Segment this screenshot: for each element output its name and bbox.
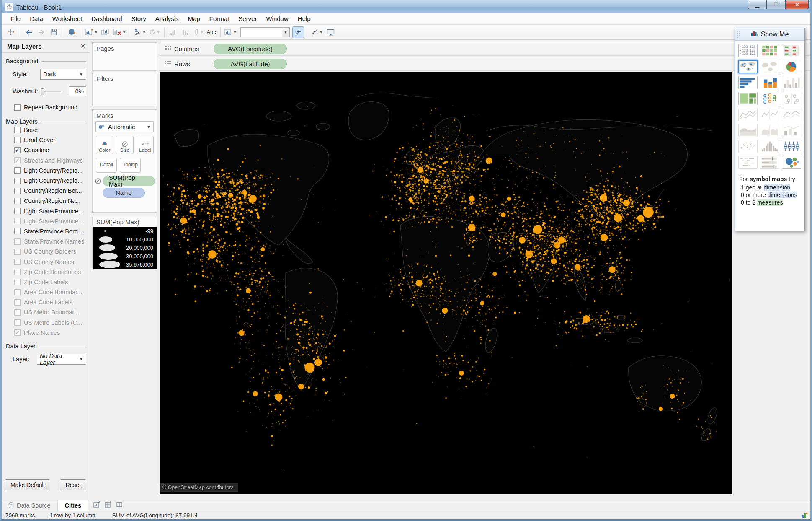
menu-item-file[interactable]: File <box>6 14 25 23</box>
menu-item-story[interactable]: Story <box>127 14 151 23</box>
sum-pop-max-pill[interactable]: SUM(Pop Max) <box>103 176 155 186</box>
new-data-source-icon[interactable] <box>66 26 78 38</box>
detail-button[interactable]: Detail <box>96 158 117 173</box>
showme-tile-bubbles[interactable] <box>782 156 801 169</box>
drag-grip-icon[interactable] <box>737 31 741 40</box>
sort-ascending-icon[interactable] <box>168 26 179 38</box>
sort-descending-icon[interactable] <box>180 26 192 38</box>
menu-item-format[interactable]: Format <box>205 14 234 23</box>
pages-card[interactable]: Pages <box>92 42 157 71</box>
menu-item-data[interactable]: Data <box>25 14 48 23</box>
caret-down-icon[interactable]: ▼ <box>282 28 289 37</box>
annotation-tool-icon[interactable]: ▼ <box>310 26 324 38</box>
menu-item-server[interactable]: Server <box>234 14 261 23</box>
showme-tile-heat-map[interactable] <box>782 44 801 57</box>
menu-item-dashboard[interactable]: Dashboard <box>87 14 126 23</box>
undo-icon[interactable] <box>23 26 35 38</box>
slider-thumb[interactable] <box>41 88 44 95</box>
swap-axes-icon[interactable]: ▼ <box>133 26 147 38</box>
showme-tile-box-plot[interactable] <box>782 140 801 153</box>
fit-selector-icon[interactable]: ▼ <box>224 26 238 38</box>
avg-latitude-pill[interactable]: AVG(Latitude) <box>214 59 287 69</box>
menu-item-analysis[interactable]: Analysis <box>151 14 183 23</box>
maximize-button[interactable]: ❐ <box>767 0 786 9</box>
close-icon[interactable]: ✕ <box>80 43 85 49</box>
columns-shelf[interactable]: Columns AVG(Longitude) <box>160 42 810 56</box>
layer-checkbox[interactable] <box>14 167 21 174</box>
new-worksheet-tab-icon[interactable] <box>93 501 101 509</box>
layer-item-light-country-regio[interactable]: Light Country/Regio... <box>14 176 90 186</box>
color-button[interactable]: Color <box>96 136 113 154</box>
layer-label: US Metro Boundari... <box>24 309 80 316</box>
showme-tile-stacked-bars[interactable] <box>760 76 779 89</box>
save-icon[interactable] <box>48 26 60 38</box>
tooltip-button[interactable]: Tooltip <box>120 158 141 173</box>
size-button[interactable]: Size <box>116 136 133 154</box>
new-story-tab-icon[interactable] <box>116 501 123 509</box>
showme-tile-text-table[interactable]: 123 123123 123123 123 <box>738 44 758 57</box>
close-button[interactable]: ✕ <box>786 0 809 9</box>
redo-icon[interactable] <box>36 26 47 38</box>
legend-title: SUM(Pop Max) <box>93 217 157 227</box>
rows-shelf[interactable]: Rows AVG(Latitude) <box>160 57 810 71</box>
menu-item-worksheet[interactable]: Worksheet <box>48 14 87 23</box>
tab-data-source[interactable]: Data Source <box>2 500 58 511</box>
avg-longitude-pill[interactable]: AVG(Longitude) <box>214 44 287 54</box>
layer-checkbox[interactable] <box>14 188 21 194</box>
washout-slider[interactable] <box>41 91 61 92</box>
map-canvas[interactable] <box>160 72 732 494</box>
new-dashboard-tab-icon[interactable] <box>105 501 112 509</box>
tableau-logo-icon[interactable] <box>5 26 17 38</box>
label-button[interactable]: A123 Label <box>137 136 154 154</box>
layer-item-land-cover[interactable]: Land Cover <box>14 135 90 145</box>
layer-checkbox[interactable] <box>14 147 21 153</box>
layer-item-light-state-province[interactable]: Light State/Province... <box>14 206 90 216</box>
repeat-background-checkbox[interactable] <box>14 104 21 111</box>
title-bar[interactable]: Tableau - Book1 ▁ ❐ ✕ <box>0 0 812 15</box>
showme-tile-highlight-table[interactable] <box>760 44 779 57</box>
show-mark-labels-icon[interactable]: Abc <box>206 26 217 38</box>
filters-card[interactable]: Filters <box>92 73 157 106</box>
layer-checkbox[interactable] <box>14 198 21 204</box>
layer-checkbox[interactable] <box>14 137 21 143</box>
layer-checkbox[interactable] <box>14 208 21 214</box>
layer-item-coastline[interactable]: Coastline <box>14 145 90 155</box>
layer-item-base[interactable]: Base <box>14 125 90 135</box>
tab-cities[interactable]: Cities <box>58 500 89 511</box>
menu-item-window[interactable]: Window <box>261 14 293 23</box>
layer-item-country-region-na[interactable]: Country/Region Na... <box>14 196 90 206</box>
mark-type-dropdown[interactable]: Automatic ▼ <box>95 121 154 132</box>
new-worksheet-icon[interactable]: ▼ <box>84 26 99 38</box>
group-members-icon[interactable]: ▼ <box>193 26 205 38</box>
layer-checkbox[interactable] <box>14 178 21 184</box>
showme-tile-treemap[interactable] <box>738 92 758 105</box>
showme-tile-pie[interactable] <box>782 60 801 73</box>
layer-item-state-province-bord[interactable]: State/Province Bord... <box>14 226 90 236</box>
data-layer-dropdown[interactable]: No Data Layer ▼ <box>37 354 86 365</box>
map-view[interactable]: © OpenStreetMap contributors <box>160 72 732 494</box>
presentation-mode-icon[interactable] <box>325 26 336 38</box>
layer-checkbox[interactable] <box>14 127 21 133</box>
washout-value-box[interactable]: 0% <box>69 86 86 96</box>
showme-tile-symbol-map[interactable] <box>738 60 758 73</box>
run-update-icon[interactable]: ▼ <box>148 26 161 38</box>
menu-item-map[interactable]: Map <box>183 14 205 23</box>
layer-item-country-region-bor[interactable]: Country/Region Bor... <box>14 186 90 196</box>
clear-sheet-icon[interactable]: ▼ <box>112 26 127 38</box>
reset-button[interactable]: Reset <box>60 479 86 490</box>
fit-combobox[interactable]: ▼ <box>240 27 290 37</box>
name-pill[interactable]: Name <box>103 188 145 198</box>
minimize-button[interactable]: ▁ <box>748 0 767 9</box>
duplicate-sheet-icon[interactable] <box>100 26 111 38</box>
repeat-background-row[interactable]: Repeat Background <box>14 102 90 112</box>
fix-axes-pin-icon[interactable] <box>292 26 304 38</box>
menu-item-help[interactable]: Help <box>293 14 315 23</box>
style-dropdown[interactable]: Dark ▼ <box>40 69 86 80</box>
showme-tile-circle-views[interactable] <box>760 92 779 105</box>
make-default-button[interactable]: Make Default <box>5 479 50 490</box>
svg-text:A: A <box>142 142 144 146</box>
layer-checkbox[interactable] <box>14 228 21 234</box>
showme-tile-h-bars[interactable] <box>738 76 758 89</box>
show-me-header[interactable]: Show Me <box>735 28 804 41</box>
layer-item-light-country-regio[interactable]: Light Country/Regio... <box>14 166 90 176</box>
